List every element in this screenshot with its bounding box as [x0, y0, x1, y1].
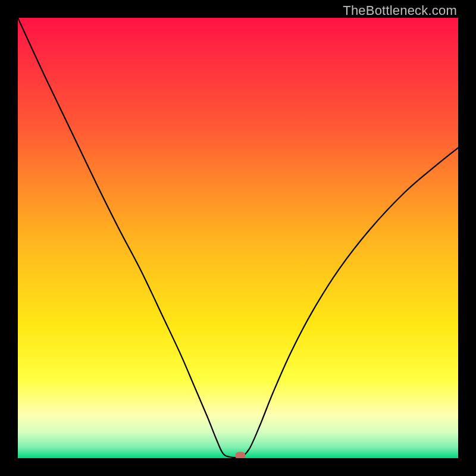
watermark-text: TheBottleneck.com: [343, 3, 457, 18]
chart-frame: TheBottleneck.com: [0, 0, 476, 476]
plot-area: [18, 18, 458, 458]
optimal-point-marker: [235, 452, 245, 458]
bottleneck-curve: [18, 18, 458, 458]
